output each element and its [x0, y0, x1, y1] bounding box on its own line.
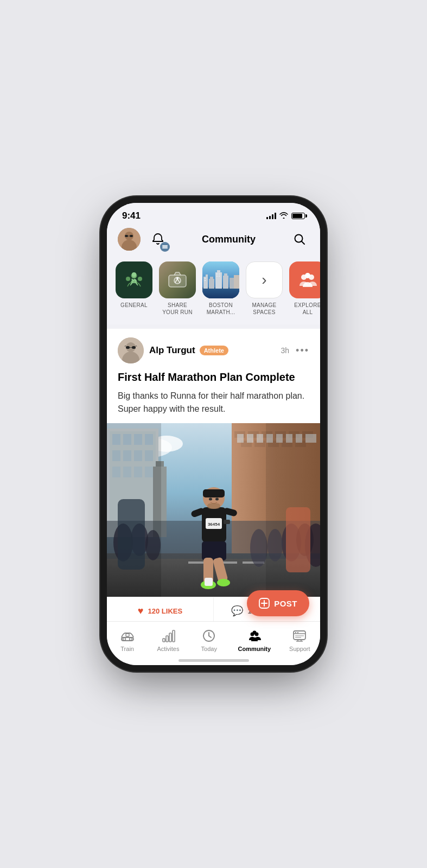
- svg-rect-8: [162, 248, 168, 249]
- space-label-general: GENERAL: [120, 302, 148, 309]
- train-icon: [120, 628, 135, 643]
- post-author-info: Alp Turgut Athlete: [149, 345, 228, 356]
- post-author: Alp Turgut Athlete: [118, 337, 228, 363]
- nav-item-community[interactable]: Community: [234, 626, 276, 654]
- space-label-boston: BOSTON MARATH...: [202, 302, 239, 316]
- author-name: Alp Turgut: [149, 345, 195, 356]
- svg-rect-34: [219, 273, 220, 275]
- svg-rect-3: [125, 235, 128, 237]
- likes-button[interactable]: ♥ 120 LIKES: [107, 597, 213, 621]
- nav-label-support: Support: [289, 646, 310, 652]
- avatar[interactable]: [118, 228, 141, 251]
- nav-item-today[interactable]: Today: [193, 626, 225, 654]
- space-label-share-run: SHARE YOUR RUN: [159, 302, 196, 316]
- nav-item-support[interactable]: Support: [283, 626, 316, 654]
- svg-rect-4: [130, 235, 133, 237]
- svg-rect-131: [169, 633, 171, 642]
- svg-line-10: [302, 241, 304, 244]
- svg-point-39: [305, 273, 310, 278]
- svg-rect-120: [107, 423, 161, 597]
- home-indicator: [179, 659, 249, 662]
- svg-rect-80: [257, 434, 263, 443]
- svg-rect-130: [166, 636, 168, 642]
- post-header: Alp Turgut Athlete 3h •••: [118, 337, 309, 363]
- post-image: 36454: [107, 423, 320, 597]
- svg-rect-30: [234, 275, 239, 289]
- post-meta: 3h •••: [281, 345, 309, 356]
- menu-badge: [160, 242, 170, 252]
- nav-label-activities: Activites: [157, 646, 179, 652]
- post-plus-icon: [259, 598, 270, 609]
- svg-rect-121: [266, 423, 320, 597]
- nav-item-activities[interactable]: Activites: [152, 626, 184, 654]
- nav-label-train: Train: [120, 646, 134, 652]
- svg-rect-43: [126, 346, 130, 349]
- svg-rect-78: [237, 434, 244, 443]
- svg-rect-20: [202, 288, 239, 298]
- space-item-explore[interactable]: EXPLORE ALL: [289, 261, 320, 316]
- post-time: 3h: [281, 346, 290, 355]
- svg-point-117: [217, 579, 230, 586]
- svg-rect-23: [209, 279, 214, 289]
- share-run-icon: [159, 261, 196, 298]
- post-button[interactable]: POST: [247, 590, 309, 616]
- space-item-boston[interactable]: BOSTON MARATH...: [202, 261, 239, 316]
- general-icon: [116, 261, 152, 298]
- svg-rect-6: [162, 245, 168, 246]
- nav-item-train[interactable]: Train: [111, 626, 144, 654]
- svg-rect-145: [295, 632, 296, 633]
- svg-rect-35: [216, 276, 218, 277]
- svg-rect-109: [203, 489, 225, 497]
- svg-rect-113: [202, 541, 226, 560]
- svg-rect-26: [217, 270, 220, 272]
- nav-label-community: Community: [238, 646, 271, 652]
- svg-point-12: [126, 277, 130, 281]
- header-left: [118, 228, 168, 251]
- space-item-manage[interactable]: › MANAGE SPACES: [246, 261, 283, 316]
- search-button[interactable]: [290, 229, 309, 249]
- svg-rect-79: [247, 434, 253, 443]
- svg-point-110: [209, 498, 212, 501]
- svg-rect-36: [219, 276, 220, 277]
- svg-rect-33: [216, 273, 218, 275]
- phone-frame: 9:41: [107, 203, 320, 665]
- athlete-badge: Athlete: [200, 346, 228, 355]
- space-label-manage: MANAGE SPACES: [246, 302, 283, 316]
- comment-icon: 💬: [231, 605, 243, 617]
- space-item-general[interactable]: GENERAL: [116, 261, 152, 316]
- svg-rect-7: [162, 246, 168, 247]
- svg-rect-119: [205, 578, 213, 586]
- community-icon: [247, 628, 262, 643]
- signal-icon: [266, 213, 276, 219]
- svg-point-127: [129, 638, 132, 641]
- post-button-label: POST: [274, 599, 297, 608]
- explore-icon: [289, 261, 320, 298]
- spaces-row: GENERAL SHARE YOUR RUN: [107, 257, 320, 324]
- space-label-explore: EXPLORE ALL: [289, 302, 320, 316]
- status-bar: 9:41: [107, 203, 320, 226]
- wifi-icon: [279, 212, 288, 220]
- status-time: 9:41: [122, 210, 141, 221]
- svg-rect-27: [223, 276, 228, 289]
- svg-rect-118: [224, 520, 230, 524]
- more-options-button[interactable]: •••: [296, 345, 309, 356]
- space-item-share-run[interactable]: SHARE YOUR RUN: [159, 261, 196, 316]
- page-title: Community: [202, 234, 256, 245]
- post-title: First Half Marathon Plan Complete: [118, 370, 309, 384]
- svg-rect-24: [210, 277, 213, 279]
- svg-point-100: [250, 529, 267, 567]
- svg-rect-29: [230, 278, 234, 289]
- boston-icon: [202, 261, 239, 298]
- nav-label-today: Today: [201, 646, 217, 652]
- svg-rect-28: [224, 273, 227, 276]
- support-icon: [292, 628, 307, 643]
- heart-icon: ♥: [138, 605, 144, 617]
- bottom-nav: Train Activites: [107, 621, 320, 665]
- svg-line-135: [209, 636, 211, 637]
- post-body: Big thanks to Runna for their half marat…: [118, 390, 309, 416]
- activities-icon: [161, 628, 176, 643]
- post-avatar[interactable]: [118, 337, 144, 363]
- svg-rect-128: [126, 634, 129, 636]
- post-card: Alp Turgut Athlete 3h ••• First Half Mar…: [107, 329, 320, 621]
- svg-rect-112: [207, 503, 220, 509]
